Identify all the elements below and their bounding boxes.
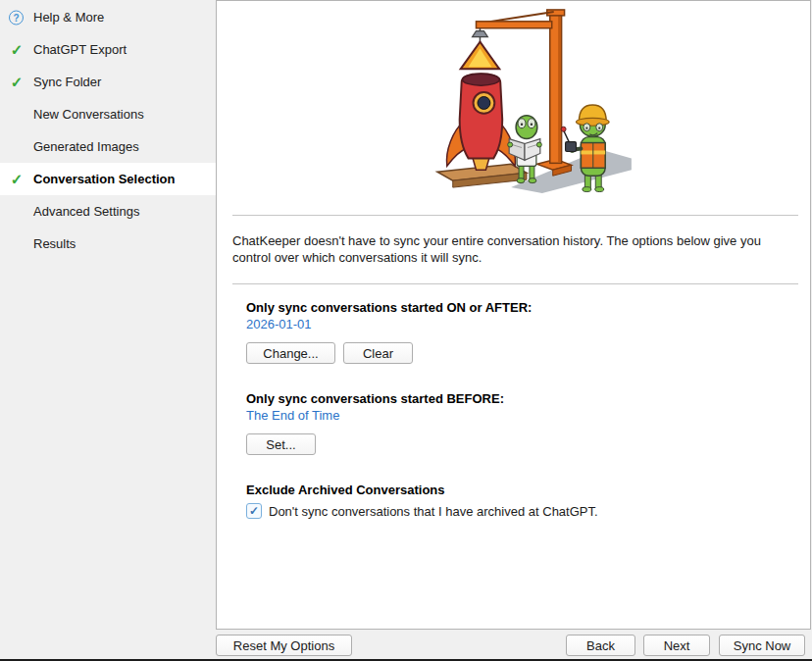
change-after-date-button[interactable]: Change...	[246, 342, 335, 364]
rocket-assembly-illustration	[417, 3, 633, 197]
conversation-selection-page: ChatKeeper doesn't have to sync your ent…	[216, 0, 811, 630]
sidebar-item-label: Generated Images	[33, 139, 139, 154]
archived-checkbox[interactable]: ✓	[246, 503, 262, 519]
sidebar-item-label: Advanced Settings	[33, 204, 139, 219]
sidebar-item-label: Sync Folder	[33, 75, 101, 89]
intro-text: ChatKeeper doesn't have to sync your ent…	[232, 232, 799, 266]
sidebar-item-advanced-settings[interactable]: Advanced Settings	[0, 195, 216, 228]
reset-my-options-button[interactable]: Reset My Options	[216, 635, 352, 656]
check-icon: ✓	[9, 75, 25, 90]
before-button-row: Set...	[246, 433, 316, 455]
sidebar-item-results[interactable]: Results	[0, 228, 216, 260]
sidebar-item-label: Help & More	[33, 10, 104, 25]
sidebar-item-label: New Conversations	[33, 107, 144, 122]
before-section-heading: Only sync conversations started BEFORE:	[246, 391, 504, 406]
sidebar-item-generated-images[interactable]: Generated Images	[0, 130, 216, 163]
next-button[interactable]: Next	[643, 635, 710, 656]
archived-checkbox-label[interactable]: Don't sync conversations that I have arc…	[269, 504, 598, 519]
divider	[232, 215, 798, 216]
check-icon: ✓	[9, 172, 25, 187]
divider	[232, 283, 798, 284]
sidebar-item-new-conversations[interactable]: New Conversations	[0, 98, 216, 130]
before-date-link[interactable]: The End of Time	[246, 408, 339, 423]
help-icon: ?	[9, 10, 24, 25]
after-section-heading: Only sync conversations started ON or AF…	[246, 300, 532, 315]
after-button-row: Change... Clear	[246, 342, 413, 364]
wizard-step-sidebar: ? Help & More ✓ ChatGPT Export ✓ Sync Fo…	[0, 0, 216, 661]
sidebar-item-chatgpt-export[interactable]: ✓ ChatGPT Export	[0, 33, 216, 66]
archived-checkbox-row[interactable]: ✓ Don't sync conversations that I have a…	[246, 503, 598, 519]
clear-after-date-button[interactable]: Clear	[343, 342, 413, 364]
sidebar-item-conversation-selection[interactable]: ✓ Conversation Selection	[0, 163, 216, 195]
sidebar-item-sync-folder[interactable]: ✓ Sync Folder	[0, 66, 216, 98]
sidebar-item-help-more[interactable]: ? Help & More	[0, 1, 216, 33]
sidebar-item-label: ChatGPT Export	[33, 42, 127, 57]
checkmark-icon: ✓	[249, 504, 259, 518]
sync-now-button[interactable]: Sync Now	[719, 635, 805, 656]
sidebar-item-label: Conversation Selection	[33, 172, 175, 186]
after-date-link[interactable]: 2026-01-01	[246, 317, 312, 331]
check-icon: ✓	[9, 42, 25, 58]
sidebar-item-label: Results	[33, 236, 76, 251]
archived-section-heading: Exclude Archived Conversations	[246, 483, 445, 497]
back-button[interactable]: Back	[566, 635, 635, 656]
set-before-date-button[interactable]: Set...	[246, 433, 316, 455]
